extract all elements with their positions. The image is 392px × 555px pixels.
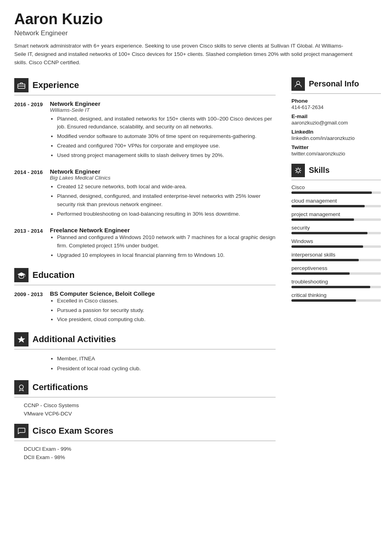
- entry-content: Network EngineerBig Lakes Medical Clinic…: [50, 168, 276, 220]
- additional-bullets: Member, ITNEAPresident of local road cyc…: [14, 354, 276, 373]
- skill-item: interpersonal skills: [291, 252, 381, 261]
- entry-bullet: Created and configured 700+ VPNs for cor…: [57, 142, 276, 150]
- skill-name: interpersonal skills: [291, 252, 381, 258]
- phone-label: Phone: [291, 98, 381, 104]
- certifications-title: Certifications: [32, 382, 88, 392]
- personal-info-title: Personal Info: [309, 79, 359, 88]
- cert-icon: [14, 380, 29, 394]
- entry-date: 2016 - 2019: [14, 100, 50, 161]
- svg-line-13: [300, 172, 301, 173]
- entry: 2009 - 2013BS Computer Science, Beloit C…: [14, 290, 276, 325]
- experience-title: Experience: [32, 80, 79, 90]
- skill-name: perceptiveness: [291, 265, 381, 271]
- experience-entries: 2016 - 2019Network EngineerWilliams-Seil…: [14, 100, 276, 261]
- experience-section: Experience 2016 - 2019Network EngineerWi…: [14, 78, 276, 261]
- svg-marker-4: [18, 336, 25, 343]
- entry-bullets: Created 12 secure networks, both local a…: [50, 183, 276, 218]
- entry-bullet: Planned and configured a Windows 2010 ne…: [57, 233, 276, 250]
- entry-company: Williams-Seile IT: [50, 107, 276, 113]
- twitter-label: Twitter: [291, 144, 381, 150]
- experience-header: Experience: [14, 78, 276, 96]
- skills-title: Skills: [309, 166, 329, 175]
- chat-icon: [14, 424, 29, 438]
- candidate-summary: Smart network administrator with 6+ year…: [14, 42, 355, 67]
- entry: 2016 - 2019Network EngineerWilliams-Seil…: [14, 100, 276, 161]
- skill-item: security: [291, 225, 381, 234]
- skill-bar-fill: [291, 272, 350, 275]
- svg-marker-2: [17, 272, 25, 276]
- candidate-title: Network Engineer: [14, 29, 378, 37]
- skill-bar-fill: [291, 245, 363, 248]
- entry-bullets: Excelled in Cisco classes.Pursued a pass…: [50, 297, 276, 324]
- skill-bar-bg: [291, 232, 381, 234]
- entry-bullet: Vice president, cloud computing club.: [57, 316, 276, 324]
- skill-item: troubleshooting: [291, 279, 381, 288]
- skill-bar-bg: [291, 272, 381, 275]
- skills-icon: [291, 164, 305, 177]
- entry: 2013 - 2014Freelance Network EngineerPla…: [14, 227, 276, 261]
- education-title: Education: [32, 270, 74, 280]
- email-value: aaronzkuzio@gmail.com: [291, 120, 381, 126]
- entry-bullet: Planned, designed, and installed network…: [57, 115, 276, 132]
- entry-job-title: BS Computer Science, Beloit College: [50, 290, 276, 297]
- cert-item: VMware VCP6-DCV: [14, 411, 276, 417]
- entry-bullet: Performed troubleshooting on load-balanc…: [57, 210, 276, 218]
- skill-bar-bg: [291, 205, 381, 207]
- exam-title: Cisco Exam Scores: [32, 426, 113, 436]
- certifications-section: Certifications CCNP - Cisco SystemsVMwar…: [14, 380, 276, 417]
- linkedin-label: LinkedIn: [291, 129, 381, 135]
- entry-bullet: Excelled in Cisco classes.: [57, 297, 276, 305]
- skill-bar-bg: [291, 286, 381, 288]
- certifications-header: Certifications: [14, 380, 276, 398]
- skill-bar-fill: [291, 286, 370, 288]
- entry-bullet: Upgraded 10 employees in local financial…: [57, 251, 276, 260]
- star-icon: [14, 332, 29, 346]
- skill-bar-fill: [291, 299, 356, 302]
- additional-bullet: President of local road cycling club.: [57, 364, 276, 373]
- exam-items: DCUCI Exam - 99%DCII Exam - 98%: [14, 446, 276, 460]
- svg-line-15: [296, 172, 297, 173]
- skill-bar-fill: [291, 259, 359, 261]
- skill-name: project management: [291, 211, 381, 217]
- entry-content: Network EngineerWilliams-Seile ITPlanned…: [50, 100, 276, 161]
- right-column: Personal Info Phone 414-617-2634 E-mail …: [285, 74, 392, 467]
- graduation-icon: [14, 268, 29, 282]
- entry-bullets: Planned and configured a Windows 2010 ne…: [50, 233, 276, 260]
- svg-point-7: [297, 169, 300, 172]
- header: Aaron Kuzio Network Engineer Smart netwo…: [0, 0, 392, 74]
- education-entries: 2009 - 2013BS Computer Science, Beloit C…: [14, 290, 276, 325]
- skill-bar-bg: [291, 259, 381, 261]
- skill-name: troubleshooting: [291, 279, 381, 285]
- entry-bullet: Pursued a passion for security study.: [57, 306, 276, 315]
- entry-bullet: Modified vendor software to automate 30%…: [57, 132, 276, 141]
- exam-item: DCII Exam - 98%: [14, 454, 276, 460]
- entry-company: Big Lakes Medical Clinics: [50, 175, 276, 181]
- skill-item: perceptiveness: [291, 265, 381, 275]
- skill-bar-bg: [291, 245, 381, 248]
- person-icon: [291, 77, 305, 91]
- exam-header: Cisco Exam Scores: [14, 424, 276, 441]
- entry-job-title: Network Engineer: [50, 100, 276, 107]
- personal-info-header: Personal Info: [291, 77, 381, 94]
- skill-bar-fill: [291, 205, 365, 207]
- skills-section: Skills Ciscocloud managementproject mana…: [291, 164, 381, 302]
- twitter-value: twitter.com/aaronzkuzio: [291, 151, 381, 157]
- entry-date: 2013 - 2014: [14, 227, 50, 261]
- skill-bar-fill: [291, 232, 367, 234]
- skills-list: Ciscocloud managementproject managements…: [291, 184, 381, 302]
- skill-name: cloud management: [291, 198, 381, 204]
- skill-item: project management: [291, 211, 381, 221]
- skill-name: security: [291, 225, 381, 231]
- exam-section: Cisco Exam Scores DCUCI Exam - 99%DCII E…: [14, 424, 276, 460]
- education-section: Education 2009 - 2013BS Computer Science…: [14, 268, 276, 325]
- skill-bar-bg: [291, 299, 381, 302]
- linkedin-value: linkedin.com/in/aaronzkuzio: [291, 135, 381, 141]
- svg-point-5: [19, 385, 23, 389]
- entry: 2014 - 2016Network EngineerBig Lakes Med…: [14, 168, 276, 220]
- skill-bar-bg: [291, 218, 381, 221]
- entry-bullet: Used strong project management skills to…: [57, 151, 276, 160]
- skill-name: Windows: [291, 238, 381, 244]
- entry-content: BS Computer Science, Beloit CollegeExcel…: [50, 290, 276, 325]
- skill-item: cloud management: [291, 198, 381, 207]
- entry-date: 2014 - 2016: [14, 168, 50, 220]
